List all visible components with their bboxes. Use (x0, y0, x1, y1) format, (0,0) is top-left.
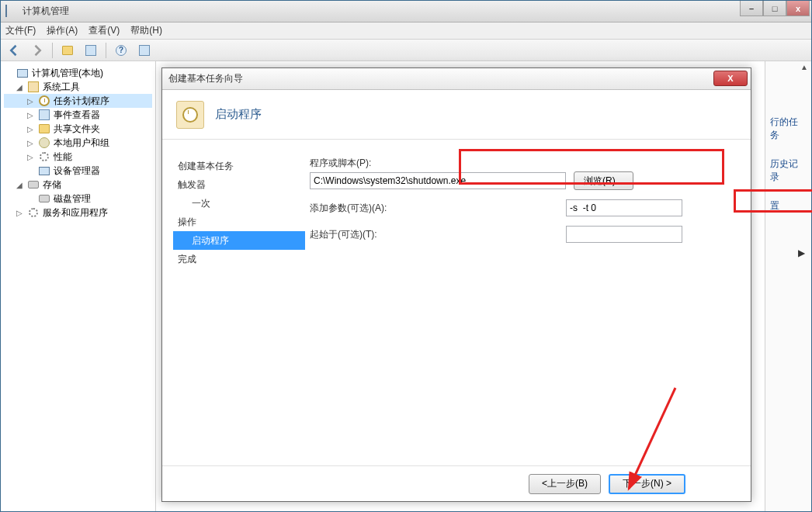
action-item[interactable]: 行的任务 (770, 116, 807, 142)
wizard-form: 程序或脚本(P): 浏览(R)... 添加参数(可选)(A): 起始于(可选)(… (302, 140, 751, 465)
nav-back-button[interactable] (5, 42, 23, 59)
wizard-header-icon (176, 101, 204, 129)
scroll-up-icon[interactable]: ▲ (800, 63, 808, 71)
menu-file[interactable]: 文件(F) (5, 24, 36, 37)
tree-system-tools[interactable]: ◢系统工具 (4, 80, 152, 94)
args-label: 添加参数(可选)(A): (310, 202, 558, 215)
next-button[interactable]: 下一步(N) > (609, 474, 685, 494)
wizard-title: 创建基本任务向导 (168, 72, 243, 85)
back-button[interactable]: <上一步(B) (529, 474, 601, 494)
arguments-input[interactable] (566, 199, 682, 216)
toolbar-separator (106, 43, 106, 58)
action-item[interactable]: 置 (770, 199, 807, 213)
wizard-header: 启动程序 (162, 90, 751, 140)
wizard-nav: 创建基本任务 触发器 一次 操作 启动程序 完成 (162, 140, 302, 465)
maximize-button[interactable]: □ (763, 1, 786, 16)
tree-device-manager[interactable]: 设备管理器 (4, 164, 152, 178)
wizard-titlebar[interactable]: 创建基本任务向导 X (162, 68, 751, 90)
nav-step-finish[interactable]: 完成 (173, 250, 302, 268)
menubar: 文件(F) 操作(A) 查看(V) 帮助(H) (1, 22, 811, 40)
tree-root[interactable]: 计算机管理(本地) (4, 66, 152, 80)
wizard-close-button[interactable]: X (713, 71, 748, 86)
wizard-header-title: 启动程序 (215, 107, 262, 122)
menu-help[interactable]: 帮助(H) (130, 24, 162, 37)
action-item[interactable]: 历史记录 (770, 157, 807, 184)
wizard-body: 创建基本任务 触发器 一次 操作 启动程序 完成 程序或脚本(P): 浏览(R)… (162, 140, 751, 465)
startin-input[interactable] (566, 226, 682, 243)
tree-shared-folders[interactable]: ▷共享文件夹 (4, 122, 152, 136)
main-title: 计算机管理 (23, 5, 807, 18)
wizard-footer: <上一步(B) 下一步(N) > (162, 465, 751, 501)
toolbar-help-icon[interactable]: ? (113, 42, 130, 59)
tree-disk-mgmt[interactable]: 磁盘管理 (4, 192, 152, 206)
nav-step-action[interactable]: 操作 (173, 213, 302, 231)
program-input[interactable] (310, 172, 566, 189)
toolbar: ? (1, 40, 811, 61)
create-basic-task-wizard: 创建基本任务向导 X 启动程序 创建基本任务 触发器 一次 操作 启动程序 完成… (161, 67, 751, 502)
tree-task-scheduler[interactable]: ▷任务计划程序 (4, 94, 152, 108)
nav-step-trigger[interactable]: 触发器 (173, 175, 302, 194)
tree-storage[interactable]: ◢存储 (4, 178, 152, 192)
app-icon (5, 5, 18, 18)
nav-tree[interactable]: 计算机管理(本地) ◢系统工具 ▷任务计划程序 ▷事件查看器 ▷共享文件夹 ▷本… (1, 61, 156, 511)
tree-event-viewer[interactable]: ▷事件查看器 (4, 108, 152, 122)
minimize-button[interactable]: – (740, 1, 763, 16)
nav-step-create[interactable]: 创建基本任务 (173, 157, 302, 175)
tree-services-apps[interactable]: ▷服务和应用程序 (4, 206, 152, 220)
actions-pane: ▲ 行的任务 历史记录 置 ▶ (765, 61, 811, 511)
menu-action[interactable]: 操作(A) (47, 24, 78, 37)
tree-performance[interactable]: ▷性能 (4, 150, 152, 164)
nav-forward-button[interactable] (29, 42, 46, 59)
browse-button[interactable]: 浏览(R)... (574, 171, 633, 190)
toolbar-icon-3[interactable] (136, 42, 153, 59)
menu-view[interactable]: 查看(V) (88, 24, 120, 37)
toolbar-separator (52, 43, 53, 58)
nav-step-once[interactable]: 一次 (173, 194, 302, 213)
tree-local-users[interactable]: ▷本地用户和组 (4, 136, 152, 150)
nav-step-start-program[interactable]: 启动程序 (173, 231, 305, 250)
expand-arrow-icon[interactable]: ▶ (798, 247, 805, 258)
main-titlebar[interactable]: 计算机管理 – □ x (1, 1, 811, 22)
program-label: 程序或脚本(P): (310, 157, 371, 170)
startin-label: 起始于(可选)(T): (310, 228, 558, 241)
toolbar-icon-1[interactable] (59, 42, 76, 59)
toolbar-icon-2[interactable] (82, 42, 99, 59)
close-button[interactable]: x (786, 1, 810, 16)
